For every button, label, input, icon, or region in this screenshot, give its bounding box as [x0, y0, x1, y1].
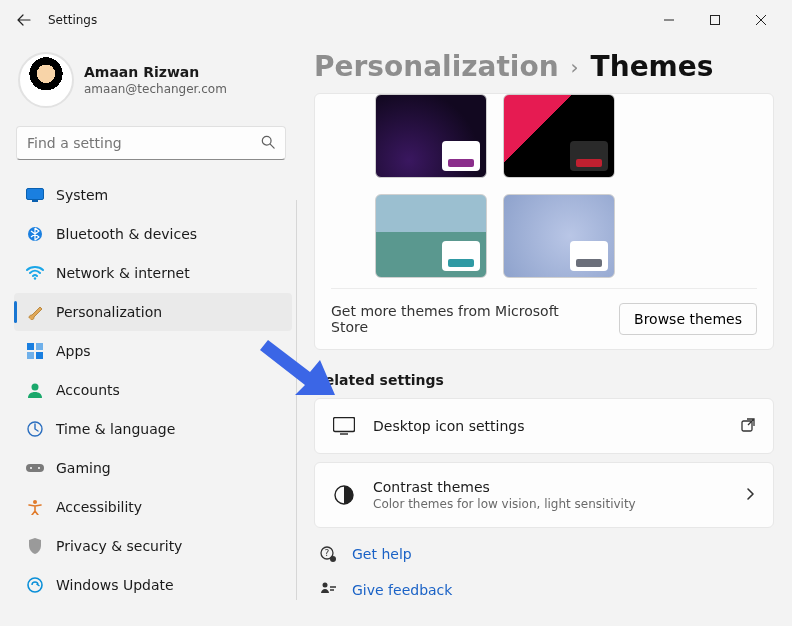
sidebar: Amaan Rizwan amaan@techanger.com System …	[0, 40, 296, 626]
paintbrush-icon	[26, 303, 44, 321]
svg-rect-0	[711, 16, 720, 25]
nav-label: Gaming	[56, 460, 111, 476]
shield-icon	[26, 537, 44, 555]
nav-gaming[interactable]: Gaming	[14, 449, 292, 487]
open-external-icon	[741, 417, 755, 436]
svg-point-5	[34, 277, 36, 279]
theme-swatch	[576, 159, 602, 167]
theme-thumbnail[interactable]	[375, 94, 487, 178]
theme-thumbnail[interactable]	[503, 194, 615, 278]
nav-network[interactable]: Network & internet	[14, 254, 292, 292]
apps-icon	[26, 342, 44, 360]
contrast-icon	[333, 484, 355, 506]
maximize-button[interactable]	[692, 4, 738, 36]
back-button[interactable]	[8, 4, 40, 36]
nav-system[interactable]: System	[14, 176, 292, 214]
nav-label: Network & internet	[56, 265, 190, 281]
app-title: Settings	[48, 13, 97, 27]
breadcrumb-current: Themes	[591, 50, 714, 83]
nav-label: Bluetooth & devices	[56, 226, 197, 242]
svg-rect-8	[27, 352, 34, 359]
nav-label: System	[56, 187, 108, 203]
svg-point-15	[33, 500, 37, 504]
nav-accessibility[interactable]: Accessibility	[14, 488, 292, 526]
nav-label: Windows Update	[56, 577, 174, 593]
theme-swatch	[448, 259, 474, 267]
svg-rect-3	[32, 200, 38, 202]
nav-label: Personalization	[56, 304, 162, 320]
nav-label: Privacy & security	[56, 538, 182, 554]
svg-point-1	[262, 136, 271, 145]
theme-swatch	[576, 259, 602, 267]
svg-point-22	[330, 556, 336, 562]
theme-thumbnail[interactable]	[503, 94, 615, 178]
nav-apps[interactable]: Apps	[14, 332, 292, 370]
svg-point-10	[32, 384, 39, 391]
arrow-left-icon	[16, 12, 32, 28]
person-icon	[26, 381, 44, 399]
get-help-link[interactable]: Get help	[352, 546, 412, 562]
column-divider	[296, 200, 297, 600]
bluetooth-icon	[26, 225, 44, 243]
themes-card: Get more themes from Microsoft Store Bro…	[314, 93, 774, 350]
svg-rect-12	[26, 464, 44, 472]
help-icon: ?	[318, 544, 338, 564]
svg-point-16	[28, 578, 42, 592]
svg-text:?: ?	[325, 548, 330, 558]
nav-label: Accounts	[56, 382, 120, 398]
give-feedback-link[interactable]: Give feedback	[352, 582, 452, 598]
svg-rect-9	[36, 352, 43, 359]
breadcrumb: Personalization › Themes	[314, 50, 774, 83]
update-icon	[26, 576, 44, 594]
main-content: Personalization › Themes Get more themes…	[296, 40, 792, 626]
theme-swatch	[448, 159, 474, 167]
theme-thumbnail[interactable]	[375, 194, 487, 278]
search-box[interactable]	[16, 126, 286, 160]
search-icon	[261, 134, 275, 153]
desktop-icon	[333, 415, 355, 437]
svg-point-23	[323, 583, 328, 588]
related-settings-title: Related settings	[314, 372, 774, 388]
system-icon	[26, 186, 44, 204]
card-title: Desktop icon settings	[373, 418, 723, 434]
nav-time[interactable]: Time & language	[14, 410, 292, 448]
nav-personalization[interactable]: Personalization	[14, 293, 292, 331]
card-title: Contrast themes	[373, 479, 727, 495]
chevron-right-icon	[745, 486, 755, 505]
svg-rect-7	[36, 343, 43, 350]
svg-rect-2	[27, 189, 44, 200]
close-button[interactable]	[738, 4, 784, 36]
nav-accounts[interactable]: Accounts	[14, 371, 292, 409]
nav-label: Accessibility	[56, 499, 142, 515]
nav-bluetooth[interactable]: Bluetooth & devices	[14, 215, 292, 253]
give-feedback-row[interactable]: Give feedback	[314, 572, 774, 608]
wifi-icon	[26, 264, 44, 282]
feedback-icon	[318, 580, 338, 600]
chevron-right-icon: ›	[571, 55, 579, 79]
accessibility-icon	[26, 498, 44, 516]
svg-point-14	[38, 467, 40, 469]
svg-rect-17	[334, 418, 355, 432]
profile-email: amaan@techanger.com	[84, 82, 227, 96]
svg-point-13	[30, 467, 32, 469]
avatar	[18, 52, 74, 108]
gamepad-icon	[26, 459, 44, 477]
nav-update[interactable]: Windows Update	[14, 566, 292, 604]
store-text: Get more themes from Microsoft Store	[331, 303, 561, 335]
search-input[interactable]	[27, 135, 261, 151]
nav-label: Time & language	[56, 421, 175, 437]
get-help-row[interactable]: ? Get help	[314, 536, 774, 572]
window-controls	[646, 4, 784, 36]
profile-name: Amaan Rizwan	[84, 64, 227, 80]
card-subtitle: Color themes for low vision, light sensi…	[373, 497, 727, 511]
desktop-icon-settings-card[interactable]: Desktop icon settings	[314, 398, 774, 454]
contrast-themes-card[interactable]: Contrast themes Color themes for low vis…	[314, 462, 774, 528]
breadcrumb-parent[interactable]: Personalization	[314, 50, 559, 83]
svg-rect-6	[27, 343, 34, 350]
nav-label: Apps	[56, 343, 91, 359]
profile-block[interactable]: Amaan Rizwan amaan@techanger.com	[14, 48, 292, 120]
minimize-button[interactable]	[646, 4, 692, 36]
browse-themes-button[interactable]: Browse themes	[619, 303, 757, 335]
titlebar: Settings	[0, 0, 792, 40]
nav-privacy[interactable]: Privacy & security	[14, 527, 292, 565]
